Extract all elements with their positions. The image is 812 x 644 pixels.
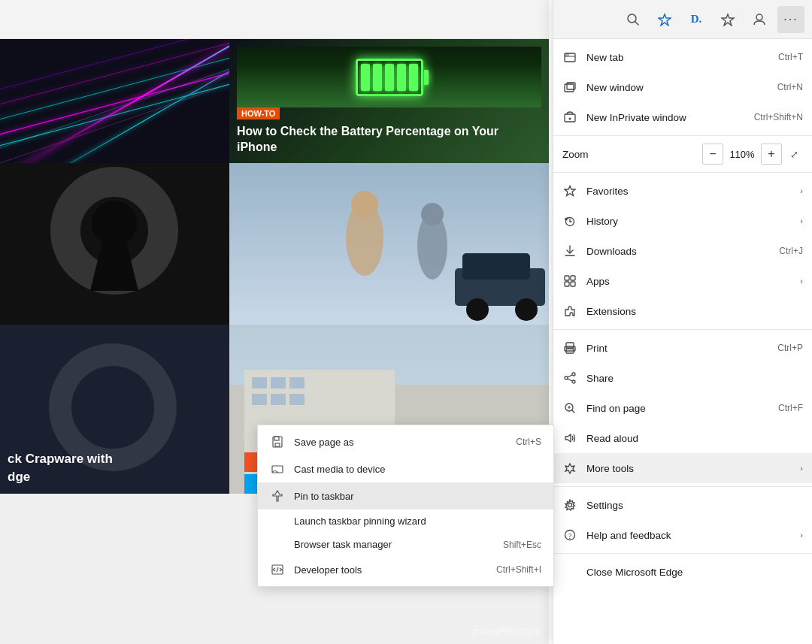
inprivate-label: New InPrivate window [586, 112, 754, 123]
divider-1 [553, 135, 812, 136]
svg-rect-29 [271, 394, 286, 405]
card-bottom-left: ck Crapware withdge [0, 325, 229, 494]
more-tools-submenu: Save page as Ctrl+S Cast media to device… [257, 425, 554, 587]
task-manager-shortcut: Shift+Esc [503, 540, 541, 550]
devtools-shortcut: Ctrl+Shift+I [496, 564, 541, 575]
svg-rect-47 [565, 53, 569, 56]
menu-item-close-edge[interactable]: Close Microsoft Edge [553, 557, 812, 587]
menu-item-find[interactable]: Find on page Ctrl+F [553, 393, 812, 423]
favorites-header-btn[interactable] [651, 6, 678, 33]
browser-toolbar [0, 0, 549, 39]
svg-marker-44 [722, 14, 734, 26]
extensions-icon [562, 304, 577, 319]
favorites-label: Favorites [586, 186, 794, 197]
cast-label: Cast media to device [294, 464, 541, 475]
svg-point-19 [515, 298, 538, 321]
menu-item-help[interactable]: ? Help and feedback › [553, 520, 812, 550]
more-tools-icon [562, 461, 577, 476]
zoom-expand-btn[interactable]: ⤢ [785, 145, 803, 163]
svg-point-65 [572, 373, 575, 376]
svg-rect-27 [289, 377, 304, 389]
history-icon [562, 213, 577, 228]
search-icon [626, 13, 640, 26]
svg-rect-17 [462, 253, 530, 280]
svg-rect-58 [571, 276, 575, 280]
battery-seg-2 [373, 64, 382, 91]
battery-icon [356, 59, 423, 96]
menu-item-read-aloud[interactable]: Read aloud [553, 423, 812, 453]
history-label: History [586, 216, 794, 227]
help-arrow: › [800, 531, 803, 540]
menu-header: D. ··· [553, 0, 812, 39]
new-window-icon [562, 80, 577, 95]
battery-seg-1 [361, 64, 370, 91]
menu-item-extensions[interactable]: Extensions [553, 296, 812, 326]
favorites-icon [562, 183, 577, 198]
menu-item-print[interactable]: Print Ctrl+P [553, 333, 812, 363]
menu-item-more-tools[interactable]: More tools › [553, 453, 812, 483]
svg-rect-30 [289, 394, 304, 405]
share-icon [562, 370, 577, 385]
svg-marker-43 [659, 14, 671, 26]
submenu-item-cast[interactable]: Cast media to device [258, 455, 553, 482]
share-label: Share [586, 373, 803, 384]
submenu-item-devtools[interactable]: Developer tools Ctrl+Shift+I [258, 556, 553, 583]
edge-menu: D. ··· New tab Ctrl+T [553, 0, 812, 644]
wizard-label: Launch taskbar pinning wizard [294, 516, 541, 527]
settings-label: Settings [586, 500, 803, 511]
new-window-label: New window [586, 82, 777, 93]
menu-item-share[interactable]: Share [553, 363, 812, 393]
svg-point-15 [421, 203, 444, 225]
downloads-shortcut: Ctrl+J [779, 246, 803, 256]
downloads-label: Downloads [586, 246, 779, 257]
zoom-increase-btn[interactable]: + [761, 144, 782, 165]
history-arrow: › [800, 216, 803, 225]
apps-arrow: › [800, 277, 803, 286]
menu-item-inprivate[interactable]: New InPrivate window Ctrl+Shift+N [553, 102, 812, 132]
battery-seg-3 [385, 64, 394, 91]
submenu-item-wizard[interactable]: Launch taskbar pinning wizard [258, 509, 553, 533]
menu-item-apps[interactable]: Apps › [553, 266, 812, 296]
save-page-shortcut: Ctrl+S [516, 437, 541, 447]
collections-icon [721, 13, 735, 26]
svg-rect-60 [571, 282, 575, 286]
close-edge-label: Close Microsoft Edge [586, 567, 803, 578]
zoom-decrease-btn[interactable]: − [702, 144, 723, 165]
menu-item-new-window[interactable]: New window Ctrl+N [553, 72, 812, 102]
settings-icon [562, 497, 577, 512]
find-shortcut: Ctrl+F [778, 403, 803, 413]
more-tools-label: More tools [586, 463, 794, 474]
account-header-btn[interactable] [746, 6, 773, 33]
profile-header-btn[interactable]: D. [683, 6, 710, 33]
print-label: Print [586, 343, 777, 354]
more-header-btn[interactable]: ··· [777, 6, 804, 33]
svg-rect-26 [271, 377, 286, 389]
menu-item-favorites[interactable]: Favorites › [553, 176, 812, 206]
card-mid-right [229, 163, 549, 325]
pin-icon [270, 488, 285, 503]
svg-point-52 [569, 118, 571, 120]
menu-item-history[interactable]: History › [553, 206, 812, 236]
zoom-label: Zoom [562, 149, 702, 160]
apps-label: Apps [586, 276, 794, 287]
divider-4 [553, 486, 812, 487]
submenu-item-pin[interactable]: Pin to taskbar [258, 482, 553, 509]
new-tab-label: New tab [586, 52, 778, 63]
search-header-btn[interactable] [620, 6, 647, 33]
help-icon: ? [562, 528, 577, 543]
svg-line-71 [572, 410, 575, 413]
collections-header-btn[interactable] [714, 6, 741, 33]
svg-point-18 [466, 298, 489, 321]
battery-image [237, 47, 541, 107]
submenu-item-save-page[interactable]: Save page as Ctrl+S [258, 428, 553, 455]
submenu-item-task-manager[interactable]: Browser task manager Shift+Esc [258, 533, 553, 556]
help-label: Help and feedback [586, 530, 794, 541]
neon-art [0, 39, 229, 163]
star-icon [658, 13, 671, 26]
menu-item-downloads[interactable]: Downloads Ctrl+J [553, 236, 812, 266]
zoom-row: Zoom − 110% + ⤢ [553, 139, 812, 169]
svg-line-68 [568, 375, 572, 377]
menu-item-new-tab[interactable]: New tab Ctrl+T [553, 42, 812, 72]
more-tools-arrow: › [800, 464, 803, 473]
menu-item-settings[interactable]: Settings [553, 490, 812, 520]
